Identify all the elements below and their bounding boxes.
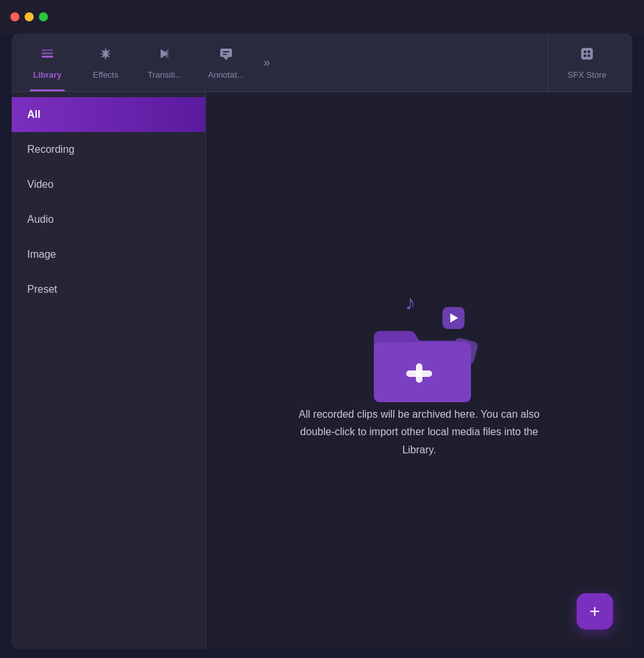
sidebar-item-image-label: Image	[27, 249, 56, 260]
main-panel[interactable]: ♪ ◆	[206, 92, 632, 649]
tab-effects-label: Effects	[93, 70, 119, 80]
svg-rect-9	[581, 48, 593, 60]
svg-rect-2	[41, 49, 53, 51]
close-button[interactable]	[10, 12, 19, 21]
sidebar-item-recording[interactable]: Recording	[12, 132, 205, 167]
app-window: Library Effects Transiti...	[12, 34, 632, 649]
transitions-icon	[156, 45, 173, 66]
more-tabs-button[interactable]: »	[257, 34, 277, 91]
empty-state-message: All recorded clips will be archived here…	[277, 405, 562, 459]
tab-transitions-label: Transiti...	[148, 70, 182, 80]
sidebar-item-recording-label: Recording	[27, 144, 75, 155]
sidebar-item-all[interactable]: All	[12, 97, 205, 132]
svg-rect-12	[584, 54, 586, 57]
add-button[interactable]: +	[577, 593, 613, 630]
sfx-store-icon	[579, 45, 595, 66]
library-icon	[39, 45, 56, 66]
svg-marker-6	[224, 57, 229, 60]
svg-rect-7	[223, 51, 229, 52]
sidebar-item-all-label: All	[27, 109, 40, 120]
svg-rect-8	[223, 54, 227, 55]
sidebar-item-preset[interactable]: Preset	[12, 272, 205, 307]
sidebar-item-preset-label: Preset	[27, 284, 57, 295]
tab-sfx-store[interactable]: SFX Store	[547, 34, 626, 91]
tab-annotations[interactable]: Annotat...	[195, 34, 257, 91]
svg-rect-5	[220, 49, 232, 57]
tab-bar: Library Effects Transiti...	[12, 34, 632, 92]
effects-icon	[97, 45, 114, 66]
empty-state-illustration: ♪ ◆	[348, 282, 490, 405]
tab-library[interactable]: Library	[18, 34, 76, 91]
sidebar: All Recording Video Audio Image Preset	[12, 92, 206, 649]
minimize-button[interactable]	[25, 12, 34, 21]
maximize-button[interactable]	[39, 12, 48, 21]
add-icon: +	[590, 601, 600, 622]
sidebar-item-image[interactable]: Image	[12, 237, 205, 272]
svg-rect-13	[588, 54, 590, 57]
svg-text:♪: ♪	[405, 291, 415, 314]
title-bar	[0, 0, 644, 34]
svg-rect-11	[588, 51, 590, 53]
sidebar-item-audio-label: Audio	[27, 214, 54, 225]
svg-rect-0	[41, 56, 53, 58]
more-icon: »	[264, 56, 270, 69]
sidebar-item-video-label: Video	[27, 179, 54, 190]
tab-library-label: Library	[33, 70, 62, 80]
tab-effects[interactable]: Effects	[76, 34, 135, 91]
sidebar-item-audio[interactable]: Audio	[12, 202, 205, 237]
svg-rect-1	[41, 52, 53, 54]
svg-rect-10	[584, 51, 586, 53]
annotations-icon	[218, 45, 235, 66]
sidebar-item-video[interactable]: Video	[12, 167, 205, 202]
svg-rect-25	[406, 370, 432, 377]
tab-sfx-store-label: SFX Store	[568, 70, 606, 80]
tab-transitions[interactable]: Transiti...	[135, 34, 195, 91]
content-area: All Recording Video Audio Image Preset	[12, 92, 632, 649]
tab-annotations-label: Annotat...	[208, 70, 244, 80]
